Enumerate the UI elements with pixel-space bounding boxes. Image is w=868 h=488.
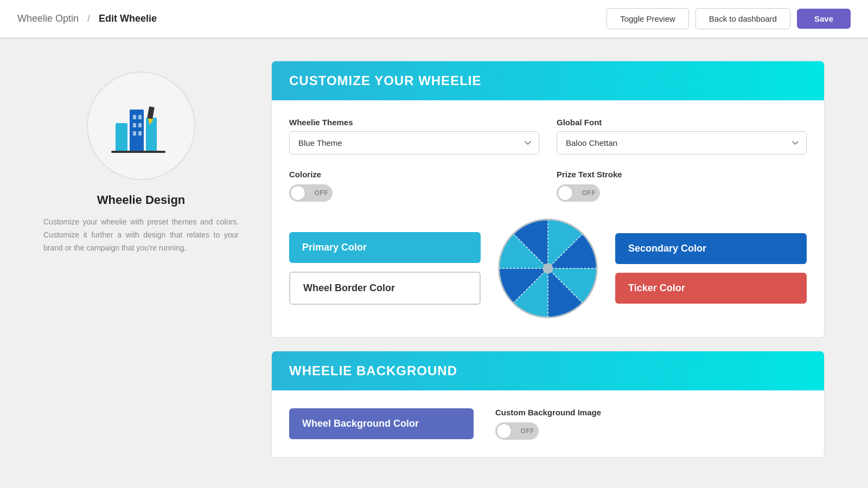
custom-background-group: Custom Background Image OFF	[495, 408, 601, 440]
toggle-row: Colorize OFF Prize Text Stroke OFF	[289, 170, 807, 202]
panel-description: Customize your wheelie with preset theme…	[43, 216, 239, 254]
svg-rect-11	[138, 131, 142, 136]
colorize-toggle-state: OFF	[315, 189, 329, 197]
wheel-border-color-button[interactable]: Wheel Border Color	[289, 272, 481, 305]
breadcrumb-separator: /	[87, 13, 90, 24]
save-button[interactable]: Save	[797, 9, 851, 29]
colorize-toggle-knob	[290, 185, 305, 201]
logo-circle	[87, 72, 195, 180]
svg-rect-9	[138, 123, 142, 127]
spin-wheel-svg	[496, 217, 599, 320]
colorize-label: Colorize	[289, 170, 539, 179]
custom-bg-toggle-state: OFF	[521, 427, 535, 435]
color-buttons-right: Secondary Color Ticker Color	[615, 233, 807, 304]
header: Wheelie Optin / Edit Wheelie Toggle Prev…	[0, 0, 868, 38]
themes-select[interactable]: Blue Theme	[289, 131, 539, 155]
themes-label: Wheelie Themes	[289, 118, 539, 127]
background-section-title: WHEELIE BACKGROUND	[289, 363, 457, 378]
prize-text-stroke-label: Prize Text Stroke	[557, 170, 807, 179]
prize-text-stroke-group: Prize Text Stroke OFF	[557, 170, 807, 202]
prize-text-stroke-knob	[558, 185, 573, 201]
color-buttons-left: Primary Color Wheel Border Color	[289, 232, 481, 305]
svg-rect-1	[130, 110, 144, 151]
custom-bg-label: Custom Background Image	[495, 408, 601, 417]
font-group: Global Font Baloo Chettan	[557, 118, 807, 155]
colorize-toggle[interactable]: OFF	[289, 184, 333, 202]
background-card-header: WHEELIE BACKGROUND	[272, 351, 824, 390]
page-title: Edit Wheelie	[99, 13, 157, 24]
themes-font-row: Wheelie Themes Blue Theme Global Font Ba…	[289, 118, 807, 155]
font-label: Global Font	[557, 118, 807, 127]
svg-rect-10	[133, 131, 136, 136]
custom-bg-toggle[interactable]: OFF	[495, 422, 539, 440]
customize-card-header: CUSTOMIZE YOUR WHEELIE	[272, 61, 824, 100]
custom-bg-toggle-knob	[496, 423, 512, 439]
themes-group: Wheelie Themes Blue Theme	[289, 118, 539, 155]
back-to-dashboard-button[interactable]: Back to dashboard	[695, 8, 790, 29]
background-card: WHEELIE BACKGROUND Wheel Background Colo…	[271, 351, 825, 458]
prize-text-stroke-state: OFF	[582, 189, 596, 197]
panel-title: Wheelie Design	[97, 193, 186, 207]
prize-text-stroke-toggle[interactable]: OFF	[557, 184, 600, 202]
primary-color-button[interactable]: Primary Color	[289, 232, 481, 263]
svg-rect-0	[116, 123, 127, 151]
wheel-background-color-button[interactable]: Wheel Background Color	[289, 408, 474, 439]
customize-section-title: CUSTOMIZE YOUR WHEELIE	[289, 73, 481, 88]
background-row: Wheel Background Color Custom Background…	[289, 408, 807, 440]
header-actions: Toggle Preview Back to dashboard Save	[607, 8, 851, 29]
svg-rect-2	[146, 118, 157, 151]
svg-rect-6	[133, 115, 136, 119]
customize-card-body: Wheelie Themes Blue Theme Global Font Ba…	[272, 100, 824, 337]
wheel-preview	[494, 217, 602, 320]
toggle-preview-button[interactable]: Toggle Preview	[607, 8, 689, 29]
breadcrumb: Wheelie Optin / Edit Wheelie	[17, 13, 157, 24]
background-card-body: Wheel Background Color Custom Background…	[272, 390, 824, 457]
customize-card: CUSTOMIZE YOUR WHEELIE Wheelie Themes Bl…	[271, 61, 825, 338]
svg-rect-5	[111, 151, 165, 153]
colorize-group: Colorize OFF	[289, 170, 539, 202]
svg-point-22	[543, 264, 553, 274]
svg-rect-3	[147, 106, 155, 119]
app-name: Wheelie Optin	[17, 13, 79, 24]
right-panel: CUSTOMIZE YOUR WHEELIE Wheelie Themes Bl…	[271, 61, 825, 471]
ticker-color-button[interactable]: Ticker Color	[615, 273, 807, 304]
main-content: Wheelie Design Customize your wheelie wi…	[0, 39, 868, 488]
color-area: Primary Color Wheel Border Color	[289, 217, 807, 320]
font-select[interactable]: Baloo Chettan	[557, 131, 807, 155]
secondary-color-button[interactable]: Secondary Color	[615, 233, 807, 264]
logo-icon	[106, 91, 176, 161]
left-panel: Wheelie Design Customize your wheelie wi…	[43, 61, 239, 471]
svg-rect-7	[138, 115, 142, 119]
svg-rect-8	[133, 123, 136, 127]
